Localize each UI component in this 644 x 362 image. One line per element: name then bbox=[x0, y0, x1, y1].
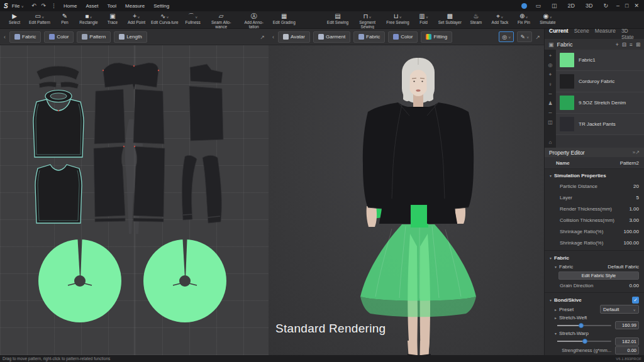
tool-seam-allowance[interactable]: ▱∨ Seam Allo-wance bbox=[205, 11, 238, 28]
pattern-jacket-yoke[interactable] bbox=[103, 63, 158, 89]
tab-3d-fitting[interactable]: Fitting bbox=[421, 31, 452, 43]
stretch-warp-slider[interactable] bbox=[557, 341, 611, 342]
tab-2d-pattern[interactable]: Pattern bbox=[77, 31, 111, 43]
tab-3d-garment[interactable]: Garment bbox=[313, 31, 350, 43]
tool-add-point[interactable]: +∨ Add Point bbox=[125, 11, 148, 28]
kebab-menu-icon[interactable]: ⋮ bbox=[51, 3, 57, 9]
pattern-2d-view[interactable] bbox=[0, 45, 269, 355]
view-2d-button[interactable]: 2D bbox=[567, 3, 575, 9]
scene-3d-view[interactable]: Standard Rendering bbox=[269, 45, 544, 355]
expand-panel-icon[interactable]: ↗ bbox=[635, 150, 640, 155]
pattern-sleeve-left[interactable] bbox=[182, 155, 197, 220]
file-menu[interactable]: File∨ bbox=[12, 3, 24, 9]
tool-add-annotation[interactable]: Ⓐ∨ Add Anno-tation bbox=[238, 11, 270, 28]
section-fabric[interactable]: ▾ Fabric bbox=[545, 253, 644, 263]
tool-edit-grading[interactable]: ▦∨ Edit Grading bbox=[270, 11, 298, 28]
fabric-row[interactable]: ▾ Fabric Default Fabric bbox=[545, 263, 644, 271]
property-row[interactable]: Layer 5 bbox=[545, 192, 644, 203]
tool-fix-pin[interactable]: ⊕∨ Fix Pin bbox=[512, 11, 536, 28]
garment-waistband[interactable] bbox=[411, 204, 428, 228]
slider-thumb[interactable] bbox=[579, 323, 584, 328]
panel-layout-icon[interactable]: ▭ bbox=[535, 3, 541, 9]
tool-fold[interactable]: ▥∨ Fold bbox=[412, 11, 436, 28]
tab-3d-avatar[interactable]: Avatar bbox=[278, 31, 310, 43]
garment-skirt[interactable] bbox=[360, 224, 476, 317]
split-view-icon[interactable]: ◫ bbox=[552, 3, 557, 9]
avatar-3d[interactable] bbox=[269, 45, 544, 362]
redo-icon[interactable]: ↷ bbox=[42, 3, 47, 9]
right-tab[interactable]: Current bbox=[549, 28, 569, 40]
category-icon[interactable]: ◫ bbox=[548, 119, 553, 125]
list-view-icon[interactable]: ≡ bbox=[630, 41, 633, 48]
tool-set-sublayer[interactable]: ▩∨ Set Sublayer bbox=[436, 11, 464, 28]
strengtheness-input[interactable]: 0.00 bbox=[615, 346, 639, 354]
tool-edit-pattern[interactable]: ▭∨ Edit Pattern bbox=[26, 11, 53, 28]
tool-edit-curvature[interactable]: ∿∨ Edit Curva-ture bbox=[148, 11, 181, 28]
right-tab[interactable]: Measure bbox=[595, 28, 616, 40]
delete-icon[interactable]: ⊟ bbox=[622, 41, 626, 48]
checkbox-icon[interactable]: ▣ bbox=[548, 41, 554, 48]
Corduroy Fabric[interactable]: Corduroy Fabric bbox=[556, 71, 644, 92]
tab-2d-fabric[interactable]: Fabric bbox=[9, 31, 41, 43]
right-tab[interactable]: Scene bbox=[574, 28, 589, 40]
property-row[interactable]: Particle Distance 20 bbox=[545, 180, 644, 192]
expand-view-icon[interactable]: ↗ bbox=[535, 34, 540, 40]
undo-icon[interactable]: ↶ bbox=[31, 3, 36, 9]
pattern-sleeve-right[interactable] bbox=[203, 155, 221, 223]
stretch-weft-slider[interactable] bbox=[557, 325, 611, 326]
pattern-jacket-upper-right[interactable] bbox=[133, 89, 164, 144]
property-row[interactable]: Render Thickness(mm) 1.00 bbox=[545, 203, 644, 214]
add-icon[interactable]: + bbox=[616, 41, 619, 48]
tool-add-tack[interactable]: ⌖∨ Add Tack bbox=[488, 11, 512, 28]
menu-item[interactable]: Asset bbox=[86, 3, 98, 9]
pattern-circle-skirt-left[interactable] bbox=[38, 239, 121, 322]
maximize-button[interactable]: □ bbox=[625, 3, 628, 9]
category-icon[interactable]: ⌖ bbox=[549, 72, 552, 78]
slider-thumb[interactable] bbox=[582, 339, 587, 344]
tool-edit-sewing[interactable]: ▤∨ Edit Sewing bbox=[325, 11, 351, 28]
category-icon[interactable]: ♟ bbox=[548, 101, 552, 106]
box-icon[interactable]: ⌂ bbox=[549, 140, 552, 145]
property-row[interactable]: Shrinkage Ratio(%) 100.00 bbox=[545, 226, 644, 237]
pattern-tank-back[interactable] bbox=[35, 165, 82, 223]
tab-2d-color[interactable]: Color bbox=[44, 31, 74, 43]
stretch-weft-label-row[interactable]: ▸ Stretch-Weft bbox=[545, 314, 644, 321]
edit-fabric-style-button[interactable]: Edit Fabric Style bbox=[558, 272, 639, 280]
pattern-back-body[interactable] bbox=[189, 86, 223, 141]
pattern-circle-skirt-right[interactable] bbox=[143, 239, 226, 322]
brush-mode-button[interactable]: ✎∨ bbox=[517, 31, 532, 42]
grid-view-icon[interactable]: ⊞ bbox=[636, 41, 640, 48]
expand-panel-icon[interactable]: ↗ bbox=[260, 34, 265, 40]
TR Jacket Pants[interactable]: TR Jacket Pants bbox=[556, 114, 644, 135]
pattern-jacket-lower-left[interactable] bbox=[94, 146, 125, 222]
stretch-warp-label-row[interactable]: ▾ Stretch-Warp bbox=[545, 330, 644, 337]
category-icon[interactable]: ┄ bbox=[549, 110, 552, 116]
tab-3d-color[interactable]: Color bbox=[388, 31, 418, 43]
tool-simulate[interactable]: ◉∨ Simulate bbox=[536, 11, 560, 28]
tool-select[interactable]: ▶∨ Select bbox=[3, 11, 26, 28]
category-icon[interactable]: ♀ bbox=[548, 82, 552, 87]
tool-trace[interactable]: ▣∨ Trace bbox=[101, 11, 125, 28]
pattern-jacket-upper-left[interactable] bbox=[94, 89, 125, 144]
pattern-jacket-lower-right[interactable] bbox=[133, 146, 165, 222]
tool-fullness[interactable]: ⌒∨ Fullness bbox=[181, 11, 205, 28]
right-tab[interactable]: 3D State bbox=[621, 28, 634, 40]
pattern-canvas[interactable] bbox=[0, 45, 269, 355]
tab-2d-length[interactable]: Length bbox=[114, 31, 147, 43]
section-simulation-properties[interactable]: ▾ Simulation Properties bbox=[545, 171, 644, 180]
pattern-back-yoke[interactable] bbox=[190, 64, 223, 83]
bond-skive-checkbox[interactable]: ✓ bbox=[632, 297, 639, 304]
category-icon[interactable]: ┄ bbox=[549, 91, 552, 97]
menu-item[interactable]: Home bbox=[64, 3, 77, 9]
tool-steam[interactable]: ♨∨ Steam bbox=[464, 11, 488, 28]
collapse-left-icon[interactable]: ‹ bbox=[272, 34, 274, 40]
stretch-weft-input[interactable]: 160.99 bbox=[615, 321, 639, 329]
section-bond-skive[interactable]: ▾ Bond/Skive ✓ bbox=[545, 295, 644, 305]
category-icon[interactable]: ◎ bbox=[548, 62, 553, 68]
property-row[interactable]: Shrinkage Ratio(%) 100.00 bbox=[545, 237, 644, 248]
close-button[interactable]: ✕ bbox=[634, 3, 639, 9]
category-icon[interactable]: + bbox=[549, 53, 552, 58]
collapse-left-icon[interactable]: ‹ bbox=[4, 34, 6, 40]
tool-pen[interactable]: ✎∨ Pen bbox=[53, 11, 77, 28]
property-row[interactable]: Collision Thickness(mm) 3.00 bbox=[545, 214, 644, 226]
